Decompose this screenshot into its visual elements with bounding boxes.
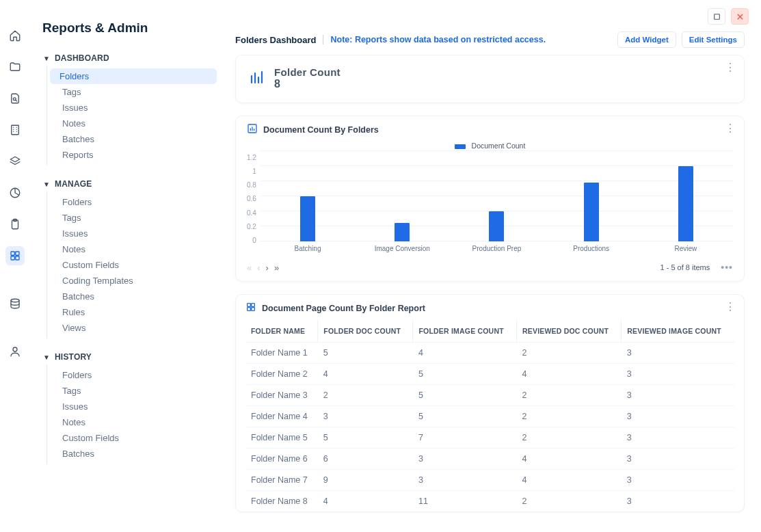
bar[interactable] — [489, 211, 504, 241]
rail-building-icon[interactable] — [5, 120, 25, 139]
table-cell: 9 — [318, 470, 413, 491]
rail-pie-icon[interactable] — [5, 183, 25, 202]
folder-count-panel: ⋮ Folder Count 8 — [235, 55, 745, 103]
bar-cell: Batching — [261, 151, 355, 241]
section-header-manage[interactable]: ▼MANAGE — [42, 176, 221, 191]
table-cell: 3 — [413, 470, 517, 491]
nav-rail — [0, 0, 30, 532]
section-label: HISTORY — [55, 352, 92, 362]
section-header-dashboard[interactable]: ▼DASHBOARD — [42, 51, 221, 66]
sidebar-item-folders[interactable]: Folders — [50, 367, 221, 383]
panel-menu-button[interactable]: ⋮ — [725, 62, 736, 73]
sidebar-item-reports[interactable]: Reports — [50, 147, 221, 163]
sidebar-item-custom-fields[interactable]: Custom Fields — [50, 430, 221, 446]
table-cell: 3 — [622, 491, 734, 512]
rail-layers-icon[interactable] — [5, 152, 25, 171]
table-row[interactable]: Folder Name 841123 — [245, 491, 734, 512]
sidebar-item-batches[interactable]: Batches — [50, 131, 221, 147]
bar-label: Productions — [573, 245, 609, 252]
table-cell: 3 — [622, 470, 734, 491]
sidebar-item-folders[interactable]: Folders — [50, 68, 217, 84]
edit-settings-button[interactable]: Edit Settings — [682, 31, 745, 48]
table-row[interactable]: Folder Name 15423 — [245, 343, 734, 364]
bar[interactable] — [300, 196, 315, 241]
table-cell: 3 — [413, 449, 517, 470]
panel-menu-button[interactable]: ⋮ — [725, 123, 736, 134]
sidebar-item-folders[interactable]: Folders — [50, 194, 221, 210]
sidebar-item-batches[interactable]: Batches — [50, 289, 221, 304]
sidebar-item-views[interactable]: Views — [50, 320, 221, 336]
tab-bar: Folders Dashboard Note: Reports show dat… — [231, 31, 751, 48]
bar-cell: Image Conversion — [355, 151, 449, 241]
table-cell: 2 — [516, 427, 621, 449]
column-header[interactable]: REVIEWED DOC COUNT — [516, 320, 621, 343]
table-row[interactable]: Folder Name 32523 — [245, 385, 734, 406]
panel-menu-button[interactable]: ⋮ — [725, 302, 736, 312]
bar[interactable] — [678, 166, 693, 241]
column-header[interactable]: FOLDER IMAGE COUNT — [413, 320, 517, 343]
chart-card-icon — [247, 123, 258, 136]
bar[interactable] — [395, 223, 410, 242]
chart-more-icon[interactable]: ••• — [721, 262, 733, 273]
rail-database-icon[interactable] — [5, 294, 25, 313]
sidebar-item-issues[interactable]: Issues — [50, 226, 221, 241]
bar-cell: Review — [639, 151, 733, 241]
rail-home-icon[interactable] — [5, 26, 25, 45]
sidebar-item-issues[interactable]: Issues — [50, 100, 221, 116]
column-header[interactable]: FOLDER DOC COUNT — [318, 320, 413, 343]
tab-note: Note: Reports show data based on restric… — [330, 35, 546, 44]
chart-area: 1.210.80.60.40.20 BatchingImage Conversi… — [247, 151, 733, 254]
add-widget-button[interactable]: Add Widget — [617, 31, 676, 48]
rail-folder-icon[interactable] — [5, 57, 25, 77]
chart-legend: Document Count — [247, 142, 733, 150]
sidebar-item-custom-fields[interactable]: Custom Fields — [50, 257, 221, 273]
y-tick-label: 0.6 — [247, 195, 256, 202]
section-header-history[interactable]: ▼HISTORY — [42, 349, 221, 364]
column-header[interactable]: FOLDER NAME — [245, 320, 318, 343]
table-cell: 2 — [516, 343, 621, 364]
sidebar-item-batches[interactable]: Batches — [50, 446, 221, 462]
report-table: FOLDER NAMEFOLDER DOC COUNTFOLDER IMAGE … — [245, 320, 734, 511]
table-row[interactable]: Folder Name 79343 — [245, 470, 734, 491]
pager-prev-icon[interactable]: ‹ — [257, 263, 260, 273]
table-card-icon — [245, 302, 256, 315]
sidebar-sections: ▼DASHBOARDFoldersTagsIssuesNotesBatchesR… — [42, 51, 221, 464]
pager-next-icon[interactable]: › — [266, 263, 269, 273]
pager-first-icon[interactable]: « — [247, 263, 252, 273]
window-close-button[interactable] — [731, 8, 749, 25]
rail-profile-icon[interactable] — [5, 342, 25, 361]
sidebar-item-notes[interactable]: Notes — [50, 116, 221, 131]
sidebar-item-tags[interactable]: Tags — [50, 84, 221, 100]
table-cell: Folder Name 7 — [245, 470, 318, 491]
table-cell: Folder Name 4 — [245, 406, 318, 427]
bar-cell: Productions — [544, 151, 639, 241]
table-cell: 3 — [622, 343, 734, 364]
legend-label: Document Count — [472, 142, 526, 150]
sidebar-item-issues[interactable]: Issues — [50, 399, 221, 414]
table-cell: 3 — [622, 385, 734, 406]
column-header[interactable]: REVIEWED IMAGE COUNT — [622, 320, 734, 343]
caret-down-icon: ▼ — [42, 55, 51, 62]
rail-clipboard-icon[interactable] — [5, 215, 25, 234]
sidebar-item-tags[interactable]: Tags — [50, 383, 221, 399]
window-restore-button[interactable] — [708, 8, 725, 25]
rail-dashboard-icon[interactable] — [5, 246, 25, 265]
document-count-chart-panel: ⋮ Document Count By Folders Document Cou… — [235, 116, 745, 282]
sidebar-item-rules[interactable]: Rules — [50, 304, 221, 320]
sidebar-item-tags[interactable]: Tags — [50, 210, 221, 226]
sidebar-item-coding-templates[interactable]: Coding Templates — [50, 273, 221, 289]
pager-last-icon[interactable]: » — [274, 263, 279, 273]
table-row[interactable]: Folder Name 43523 — [245, 406, 734, 427]
bar-cell: Production Prep — [449, 151, 544, 241]
table-cell: 4 — [318, 491, 413, 512]
rail-search-doc-icon[interactable] — [5, 89, 25, 108]
table-title: Document Page Count By Folder Report — [262, 304, 425, 313]
table-row[interactable]: Folder Name 66343 — [245, 449, 734, 470]
table-cell: 5 — [413, 406, 517, 427]
sidebar-item-notes[interactable]: Notes — [50, 414, 221, 430]
bar[interactable] — [584, 183, 599, 241]
table-row[interactable]: Folder Name 24543 — [245, 364, 734, 385]
table-row[interactable]: Folder Name 55723 — [245, 427, 734, 449]
table-cell: 5 — [413, 385, 517, 406]
sidebar-item-notes[interactable]: Notes — [50, 241, 221, 257]
